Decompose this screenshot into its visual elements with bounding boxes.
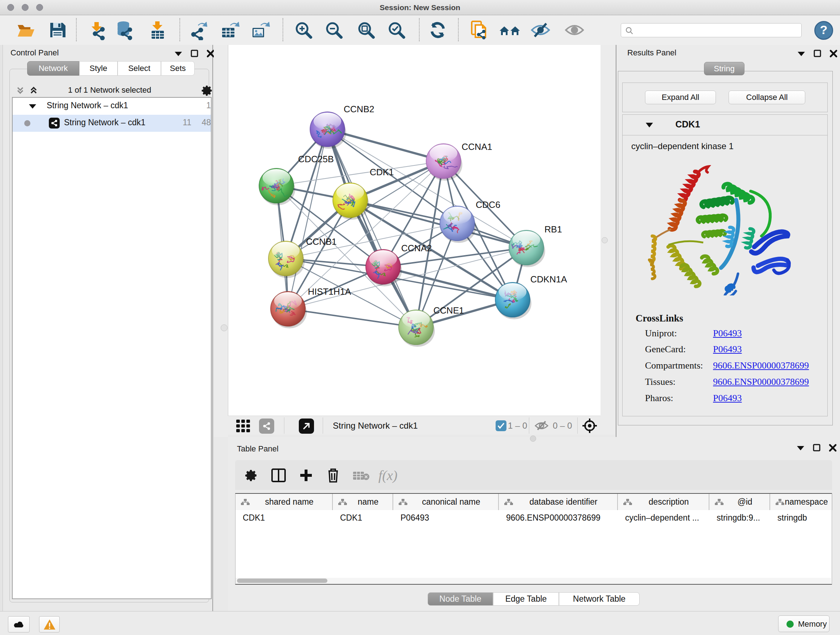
svg-text:CCNB2: CCNB2: [344, 104, 374, 114]
svg-text:CCNE1: CCNE1: [433, 306, 464, 316]
svg-text:CDC25B: CDC25B: [298, 154, 334, 165]
svg-text:CCNA2: CCNA2: [401, 243, 432, 253]
svg-text:CDC6: CDC6: [476, 200, 500, 210]
svg-text:CCNB1: CCNB1: [306, 237, 337, 247]
svg-text:CDK1: CDK1: [370, 167, 394, 177]
svg-text:CCNA1: CCNA1: [462, 142, 493, 152]
svg-text:HIST1H1A: HIST1H1A: [308, 287, 351, 297]
svg-text:RB1: RB1: [545, 225, 562, 234]
svg-text:CDKN1A: CDKN1A: [531, 274, 567, 285]
